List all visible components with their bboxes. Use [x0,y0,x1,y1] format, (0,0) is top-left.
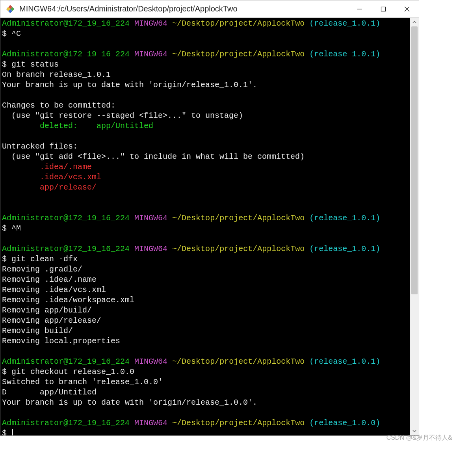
untracked-line: .idea/.name [2,162,92,171]
prompt-path: ~/Desktop/project/ApplockTwo [172,244,305,253]
prompt-branch: (release_1.0.1) [309,19,380,28]
scroll-up-icon[interactable] [410,18,419,26]
out-line: Your branch is up to date with 'origin/r… [2,398,257,407]
out-line: Changes to be committed: [2,101,115,110]
prompt-shell: MINGW64 [134,50,167,59]
prompt-branch: (release_1.0.1) [309,214,380,223]
prompt-shell: MINGW64 [134,244,167,253]
cursor [12,429,13,435]
untracked-line: app/release/ [2,183,97,192]
cmd-text: git status [11,60,59,69]
prompt-symbol: $ [2,29,11,38]
prompt-path: ~/Desktop/project/ApplockTwo [172,357,305,366]
prompt-branch: (release_1.0.0) [309,418,380,428]
client-area: Administrator@172_19_16_224 MINGW64 ~/De… [0,18,419,435]
svg-rect-6 [381,7,386,11]
out-line: Removing .idea/vcs.xml [2,285,106,294]
prompt-user: Administrator@172_19_16_224 [2,357,130,366]
prompt-shell: MINGW64 [134,19,167,28]
cmd-text: git clean -dfx [11,255,78,264]
prompt-shell: MINGW64 [134,214,167,223]
out-line: Your branch is up to date with 'origin/r… [2,80,257,89]
prompt-user: Administrator@172_19_16_224 [2,418,130,428]
out-line: Removing .gradle/ [2,265,82,274]
out-line: Removing .idea/workspace.xml [2,296,134,305]
out-line: Removing .idea/.name [2,275,97,284]
prompt-user: Administrator@172_19_16_224 [2,214,130,223]
prompt-branch: (release_1.0.1) [309,50,380,59]
prompt-path: ~/Desktop/project/ApplockTwo [172,418,305,428]
prompt-symbol: $ [2,429,11,435]
cmd-text: git checkout release_1.0.0 [11,367,134,376]
prompt-path: ~/Desktop/project/ApplockTwo [172,50,305,59]
prompt-user: Administrator@172_19_16_224 [2,19,130,28]
prompt-branch: (release_1.0.1) [309,244,380,253]
out-line: On branch release_1.0.1 [2,70,111,79]
maximize-button[interactable] [372,0,395,18]
terminal-window: MINGW64:/c/Users/Administrator/Desktop/p… [0,0,419,436]
out-line: (use "git restore --staged <file>..." to… [2,111,243,120]
cmd-text: ^C [11,29,21,38]
app-icon [5,4,15,14]
prompt-path: ~/Desktop/project/ApplockTwo [172,19,305,28]
out-line: Removing app/build/ [2,306,92,315]
untracked-line: .idea/vcs.xml [2,173,101,182]
cmd-text: ^M [11,224,21,233]
scroll-down-icon[interactable] [410,427,419,435]
terminal-output[interactable]: Administrator@172_19_16_224 MINGW64 ~/De… [0,18,410,435]
minimize-button[interactable] [348,0,372,18]
prompt-user: Administrator@172_19_16_224 [2,244,130,253]
out-line: Untracked files: [2,142,78,151]
out-line: Switched to branch 'release_1.0.0' [2,377,163,387]
prompt-branch: (release_1.0.1) [309,357,380,366]
out-line: Removing local.properties [2,337,120,346]
prompt-shell: MINGW64 [134,418,167,428]
titlebar[interactable]: MINGW64:/c/Users/Administrator/Desktop/p… [0,0,419,18]
prompt-symbol: $ [2,60,11,69]
out-line: Removing app/release/ [2,316,101,325]
out-line: D app/Untitled [2,388,97,397]
close-button[interactable] [395,0,419,18]
out-line: Removing build/ [2,326,73,335]
prompt-user: Administrator@172_19_16_224 [2,50,130,59]
out-line: (use "git add <file>..." to include in w… [2,152,305,161]
scrollbar[interactable] [410,18,419,435]
prompt-symbol: $ [2,255,11,264]
prompt-path: ~/Desktop/project/ApplockTwo [172,214,305,223]
window-title: MINGW64:/c/Users/Administrator/Desktop/p… [19,4,348,13]
prompt-symbol: $ [2,224,11,233]
prompt-shell: MINGW64 [134,357,167,366]
prompt-symbol: $ [2,367,11,376]
scroll-thumb[interactable] [411,26,418,294]
staged-line: deleted: app/Untitled [2,121,153,130]
